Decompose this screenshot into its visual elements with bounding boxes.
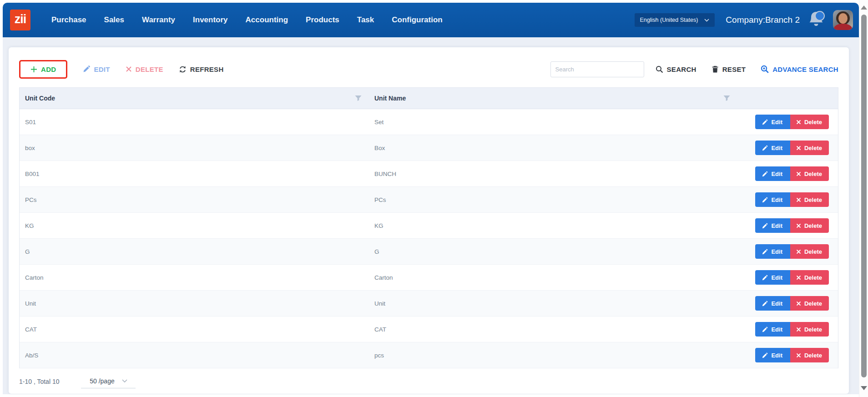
row-edit-button[interactable]: Edit xyxy=(755,348,790,362)
x-icon xyxy=(796,171,801,176)
toolbar: ADD EDIT DELETE xyxy=(19,57,838,81)
pencil-icon xyxy=(762,249,768,255)
company-branch-label[interactable]: Company:Branch 2 xyxy=(726,15,800,25)
unit-code-cell: Unit xyxy=(20,300,369,307)
row-edit-button[interactable]: Edit xyxy=(755,270,790,285)
table-row[interactable]: Ab/S pcs Edit Delete xyxy=(20,342,838,368)
notifications-button[interactable] xyxy=(807,10,825,30)
table-row[interactable]: CAT CAT Edit Delete xyxy=(20,317,838,342)
pencil-icon xyxy=(762,171,768,177)
x-icon xyxy=(796,327,801,332)
unit-name-cell: PCs xyxy=(369,196,737,203)
search-input[interactable] xyxy=(550,61,644,77)
vertical-scrollbar[interactable] xyxy=(859,0,868,397)
plus-icon xyxy=(30,66,37,73)
x-icon xyxy=(796,197,801,202)
column-header-unit-name[interactable]: Unit Name xyxy=(369,95,737,102)
search-plus-icon xyxy=(761,65,769,73)
user-avatar[interactable] xyxy=(833,10,853,30)
menu-accounting[interactable]: Accounting xyxy=(246,15,288,25)
pencil-icon xyxy=(762,223,768,229)
pagination-bar: 1-10 , Total 10 50 /page xyxy=(19,368,838,394)
table-row[interactable]: PCs PCs Edit Delete xyxy=(20,187,838,213)
search-icon xyxy=(656,65,663,73)
row-edit-button[interactable]: Edit xyxy=(755,244,790,259)
top-navbar: zii Purchase Sales Warranty Inventory Ac… xyxy=(3,3,859,37)
unit-code-cell: Carton xyxy=(20,274,369,281)
row-edit-button[interactable]: Edit xyxy=(755,296,790,311)
row-delete-button[interactable]: Delete xyxy=(790,348,829,362)
filter-icon[interactable] xyxy=(723,95,730,101)
table-row[interactable]: Unit Unit Edit Delete xyxy=(20,291,838,317)
row-delete-button[interactable]: Delete xyxy=(790,141,829,155)
refresh-button[interactable]: REFRESH xyxy=(179,65,224,73)
x-icon xyxy=(126,66,132,72)
x-icon xyxy=(796,223,801,228)
table-header-row: Unit Code Unit Name xyxy=(20,88,838,109)
units-panel: ADD EDIT DELETE xyxy=(9,47,849,394)
x-icon xyxy=(796,301,801,306)
language-selector[interactable]: English (United States) xyxy=(635,13,715,27)
reset-button-label: RESET xyxy=(722,65,746,73)
trash-icon xyxy=(712,65,719,73)
delete-button[interactable]: DELETE xyxy=(126,65,163,73)
x-icon xyxy=(796,146,801,151)
reset-button[interactable]: RESET xyxy=(712,65,746,73)
menu-purchase[interactable]: Purchase xyxy=(51,15,86,25)
menu-inventory[interactable]: Inventory xyxy=(193,15,228,25)
unit-name-cell: G xyxy=(369,248,737,255)
row-edit-button[interactable]: Edit xyxy=(755,218,790,233)
x-icon xyxy=(796,275,801,280)
row-edit-button[interactable]: Edit xyxy=(755,192,790,207)
pencil-icon xyxy=(762,301,768,307)
menu-products[interactable]: Products xyxy=(306,15,339,25)
pencil-icon xyxy=(762,197,768,203)
row-delete-button[interactable]: Delete xyxy=(790,192,829,207)
advance-search-button[interactable]: ADVANCE SEARCH xyxy=(761,65,838,73)
column-header-unit-code[interactable]: Unit Code xyxy=(20,95,369,102)
pencil-icon xyxy=(762,327,768,332)
table-row[interactable]: Carton Carton Edit Delete xyxy=(20,265,838,291)
delete-button-label: DELETE xyxy=(136,65,163,73)
scroll-down-arrow[interactable] xyxy=(861,386,867,392)
main-menu: Purchase Sales Warranty Inventory Accoun… xyxy=(51,15,443,25)
x-icon xyxy=(796,120,801,125)
menu-task[interactable]: Task xyxy=(357,15,374,25)
row-edit-button[interactable]: Edit xyxy=(755,166,790,181)
add-button[interactable]: ADD xyxy=(19,60,67,79)
pencil-icon xyxy=(762,352,768,358)
edit-button[interactable]: EDIT xyxy=(83,65,110,73)
unit-code-cell: CAT xyxy=(20,326,369,333)
chevron-down-icon xyxy=(122,379,127,383)
app-logo[interactable]: zii xyxy=(10,10,30,30)
menu-sales[interactable]: Sales xyxy=(104,15,124,25)
table-row[interactable]: box Box Edit Delete xyxy=(20,135,838,161)
unit-name-cell: BUNCH xyxy=(369,171,737,177)
row-edit-button[interactable]: Edit xyxy=(755,322,790,337)
menu-warranty[interactable]: Warranty xyxy=(142,15,175,25)
content-area: ADD EDIT DELETE xyxy=(3,37,859,394)
scrollbar-thumb[interactable] xyxy=(861,15,867,377)
scroll-up-arrow[interactable] xyxy=(861,5,867,12)
search-button[interactable]: SEARCH xyxy=(656,65,696,73)
row-delete-button[interactable]: Delete xyxy=(790,115,829,129)
row-delete-button[interactable]: Delete xyxy=(790,244,829,259)
row-edit-button[interactable]: Edit xyxy=(755,115,790,129)
table-row[interactable]: B001 BUNCH Edit Delete xyxy=(20,161,838,187)
menu-configuration[interactable]: Configuration xyxy=(392,15,442,25)
row-delete-button[interactable]: Delete xyxy=(790,218,829,233)
row-edit-button[interactable]: Edit xyxy=(755,141,790,155)
unit-code-cell: S01 xyxy=(20,119,369,126)
row-delete-button[interactable]: Delete xyxy=(790,296,829,311)
unit-name-cell: Carton xyxy=(369,274,737,281)
filter-icon[interactable] xyxy=(355,95,362,101)
row-delete-button[interactable]: Delete xyxy=(790,270,829,285)
page-size-select[interactable]: 50 /page xyxy=(81,375,136,388)
unit-code-cell: B001 xyxy=(20,171,369,177)
table-row[interactable]: KG KG Edit Delete xyxy=(20,213,838,239)
row-delete-button[interactable]: Delete xyxy=(790,322,829,337)
row-delete-button[interactable]: Delete xyxy=(790,166,829,181)
table-row[interactable]: S01 Set Edit Delete xyxy=(20,109,838,135)
table-row[interactable]: G G Edit Delete xyxy=(20,239,838,265)
app-window: zii Purchase Sales Warranty Inventory Ac… xyxy=(0,0,868,397)
